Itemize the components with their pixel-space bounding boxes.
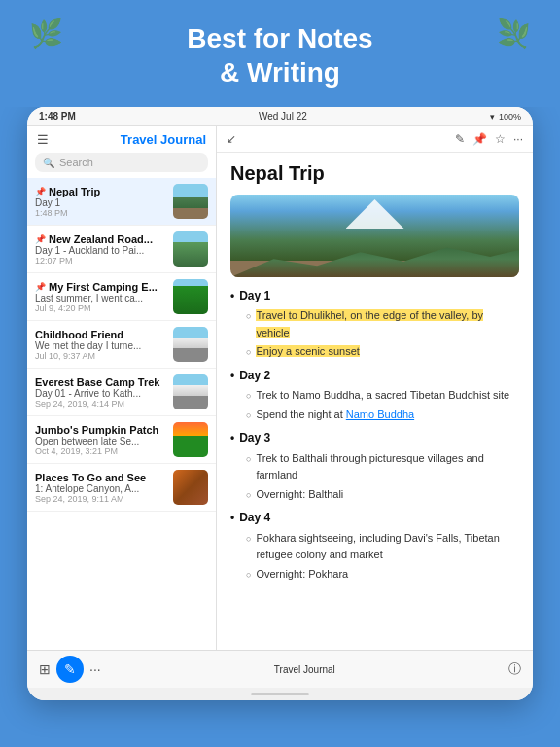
note-item-text: 📌My First Camping E...Last summer, I wen… — [35, 281, 167, 313]
compose-button[interactable]: ✎ — [56, 656, 84, 683]
note-item-title: 📌My First Camping E... — [35, 281, 167, 293]
note-item-subtitle: Day 1 - Auckland to Pai... — [35, 245, 167, 256]
note-content: Nepal Trip Day 1Travel to Dhulikhel, on … — [217, 153, 533, 650]
day-item-text: Spend the night at Namo Buddha — [256, 407, 414, 424]
search-icon: 🔍 — [43, 158, 54, 168]
note-item-text: 📌New Zealand Road...Day 1 - Auckland to … — [35, 233, 167, 266]
note-item-date: 12:07 PM — [35, 256, 167, 266]
note-item-title: Everest Base Camp Trek — [35, 376, 167, 388]
note-item-date: 1:48 PM — [35, 208, 167, 218]
day-header: Day 1 — [230, 287, 519, 305]
note-title: Nepal Trip — [230, 162, 519, 185]
list-item[interactable]: Jumbo's Pumpkin PatchOpen between late S… — [27, 416, 216, 464]
right-toolbar: ↙ ✎ 📌 ☆ ··· — [217, 126, 533, 153]
note-item-subtitle: Day 1 — [35, 197, 167, 208]
list-item[interactable]: 📌New Zealand Road...Day 1 - Auckland to … — [27, 226, 216, 273]
battery-level: 100% — [499, 112, 521, 122]
note-item-text: Childhood FriendWe met the day I turne..… — [35, 329, 167, 361]
laurel-right-icon: 🌿 — [497, 18, 531, 50]
search-placeholder: Search — [59, 157, 93, 168]
squares-icon[interactable]: ⊞ — [39, 661, 51, 677]
note-thumbnail — [173, 231, 208, 267]
left-panel: ☰ Travel Journal 🔍 Search 📌Nepal TripDay… — [27, 126, 217, 650]
pin-icon: 📌 — [35, 282, 46, 292]
note-thumbnail — [173, 184, 208, 219]
note-item-subtitle: Last summer, I went ca... — [35, 293, 167, 303]
note-item-subtitle: 1: Antelope Canyon, A... — [35, 483, 167, 494]
note-item-subtitle: Day 01 - Arrive to Kath... — [35, 388, 167, 399]
left-header: ☰ Travel Journal — [27, 126, 216, 151]
note-thumbnail — [173, 279, 208, 314]
banner-title: Best for Notes & Writing — [39, 21, 521, 89]
day-header: Day 4 — [230, 509, 519, 527]
star-icon[interactable]: ☆ — [495, 132, 506, 146]
list-item[interactable]: Everest Base Camp TrekDay 01 - Arrive to… — [27, 369, 216, 416]
day-item: Trek to Balthali through picturesque vil… — [230, 450, 519, 484]
back-icon[interactable]: ↙ — [227, 132, 236, 146]
hero-image — [230, 195, 519, 277]
status-time: 1:48 PM — [39, 111, 76, 122]
day-item-text: Pokhara sightseeing, including Davi's Fa… — [256, 530, 519, 564]
app-content: ☰ Travel Journal 🔍 Search 📌Nepal TripDay… — [27, 126, 533, 650]
day-header: Day 3 — [230, 429, 519, 447]
home-indicator — [27, 688, 533, 700]
device-frame: 1:48 PM Wed Jul 22 ▾ 100% ☰ Travel Journ… — [27, 107, 533, 700]
home-bar — [251, 693, 309, 695]
day-item: Pokhara sightseeing, including Davi's Fa… — [230, 530, 519, 564]
day-item: Overnight: Pokhara — [230, 566, 519, 584]
info-icon[interactable]: ⓘ — [508, 660, 521, 678]
note-item-date: Sep 24, 2019, 4:14 PM — [35, 399, 167, 409]
highlighted-text: Travel to Dhulikhel, on the edge of the … — [256, 309, 483, 338]
day-item-text: Enjoy a scenic sunset — [256, 343, 359, 361]
day-item: Overnight: Balthali — [230, 486, 519, 504]
day-item-text: Trek to Namo Buddha, a sacred Tibetan Bu… — [256, 387, 509, 405]
link-text[interactable]: Namo Buddha — [346, 409, 414, 420]
mountain-decoration — [230, 231, 519, 277]
day-item-text: Trek to Balthali through picturesque vil… — [256, 450, 519, 484]
note-thumbnail — [173, 374, 208, 409]
note-item-title: Places To Go and See — [35, 472, 167, 483]
day-item-text: Overnight: Balthali — [256, 486, 343, 504]
day-header: Day 2 — [230, 367, 519, 385]
note-item-text: Places To Go and See1: Antelope Canyon, … — [35, 472, 167, 504]
day-item: Travel to Dhulikhel, on the edge of the … — [230, 307, 519, 341]
day-item: Enjoy a scenic sunset — [230, 343, 519, 361]
pin-icon: 📌 — [35, 234, 46, 244]
list-item[interactable]: Places To Go and See1: Antelope Canyon, … — [27, 464, 216, 512]
note-body: Day 1Travel to Dhulikhel, on the edge of… — [230, 287, 519, 583]
search-box[interactable]: 🔍 Search — [35, 153, 208, 172]
snow-cap-decoration — [346, 199, 404, 229]
right-panel: ↙ ✎ 📌 ☆ ··· Nepal Trip Day 1Travel to Dh… — [217, 126, 533, 650]
list-item[interactable]: 📌Nepal TripDay 11:48 PM — [27, 178, 216, 226]
note-item-subtitle: Open between late Se... — [35, 436, 167, 446]
pin-icon: 📌 — [35, 187, 46, 196]
note-item-title: Jumbo's Pumpkin Patch — [35, 424, 167, 436]
day-item: Trek to Namo Buddha, a sacred Tibetan Bu… — [230, 387, 519, 405]
tab-bar: ⊞ ✎ ··· Travel Journal ⓘ — [27, 650, 533, 688]
more-icon[interactable]: ··· — [513, 132, 523, 146]
note-item-text: 📌Nepal TripDay 11:48 PM — [35, 186, 167, 218]
edit-icon[interactable]: ✎ — [455, 132, 465, 146]
note-item-title: 📌Nepal Trip — [35, 186, 167, 197]
tab-more-icon[interactable]: ··· — [89, 661, 101, 677]
wifi-icon: ▾ — [490, 112, 495, 122]
note-item-text: Jumbo's Pumpkin PatchOpen between late S… — [35, 424, 167, 456]
compose-icon: ✎ — [64, 661, 76, 677]
list-item[interactable]: Childhood FriendWe met the day I turne..… — [27, 321, 216, 369]
status-date: Wed Jul 22 — [259, 111, 307, 122]
note-item-subtitle: We met the day I turne... — [35, 340, 167, 351]
highlighted-text: Enjoy a scenic sunset — [256, 345, 359, 357]
status-right: ▾ 100% — [490, 112, 521, 122]
note-thumbnail — [173, 470, 208, 505]
day-item: Spend the night at Namo Buddha — [230, 407, 519, 424]
note-item-text: Everest Base Camp TrekDay 01 - Arrive to… — [35, 376, 167, 409]
tab-label: Travel Journal — [107, 664, 503, 675]
note-item-title: Childhood Friend — [35, 329, 167, 340]
pin-icon[interactable]: 📌 — [472, 132, 487, 146]
list-item[interactable]: 📌My First Camping E...Last summer, I wen… — [27, 273, 216, 321]
hamburger-icon[interactable]: ☰ — [37, 132, 49, 147]
status-bar: 1:48 PM Wed Jul 22 ▾ 100% — [27, 107, 533, 126]
note-thumbnail — [173, 422, 208, 457]
day-item-text: Travel to Dhulikhel, on the edge of the … — [256, 307, 519, 341]
note-thumbnail — [173, 327, 208, 362]
